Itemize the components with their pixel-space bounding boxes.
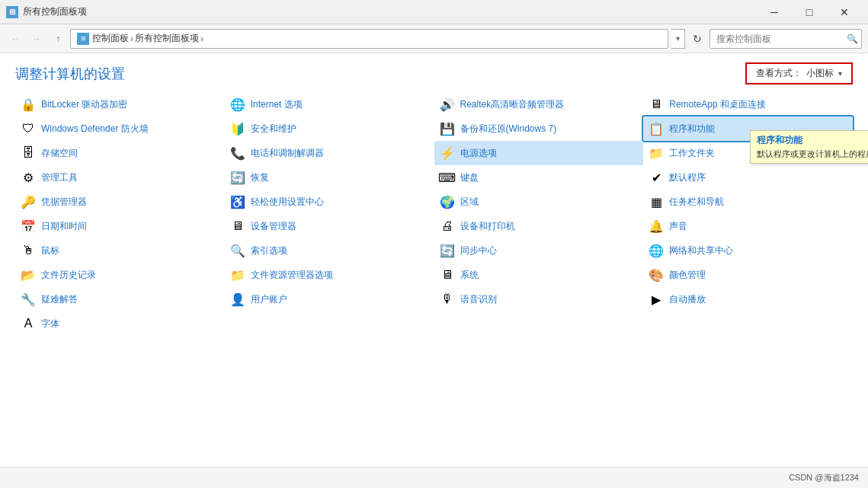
cp-label-filehistory: 文件历史记录 [41, 269, 96, 282]
cp-icon-speech: 🎙 [439, 291, 456, 308]
cp-item-workfiles[interactable]: 📁工作文件夹 [643, 141, 853, 165]
cp-icon-indexing: 🔍 [229, 242, 246, 259]
cp-label-power: 电源选项 [460, 147, 497, 160]
cp-label-mouse: 鼠标 [41, 244, 59, 257]
cp-icon-workfiles: 📁 [648, 145, 665, 161]
path-icon: ⊞ [77, 33, 89, 45]
cp-label-bitlocker: BitLocker 驱动器加密 [41, 98, 127, 111]
cp-item-phonemodem[interactable]: 📞电话和调制解调器 [225, 141, 434, 165]
cp-item-keyboard[interactable]: ⌨键盘 [434, 165, 644, 190]
cp-label-fileexplorer: 文件资源管理器选项 [251, 269, 333, 282]
cp-label-system: 系统 [460, 269, 479, 282]
cp-item-network[interactable]: 🌐网络和共享中心 [643, 238, 853, 263]
close-button[interactable]: ✕ [827, 0, 862, 24]
cp-icon-credential: 🔑 [20, 193, 37, 210]
view-mode-value: 小图标 [806, 67, 834, 80]
cp-icon-remoteapp: 🖥 [648, 96, 665, 113]
cp-item-ease[interactable]: ♿轻松使用设置中心 [225, 190, 434, 214]
search-box[interactable]: 🔍 [709, 29, 862, 49]
cp-item-color[interactable]: 🎨颜色管理 [643, 263, 853, 287]
cp-label-backup: 备份和还原(Windows 7) [460, 123, 557, 136]
cp-item-defaultprograms[interactable]: ✔默认程序 [643, 165, 853, 190]
cp-item-fileexplorer[interactable]: 📁文件资源管理器选项 [225, 263, 434, 287]
cp-item-realtek[interactable]: 🔊Realtek高清晰音频管理器 [434, 92, 644, 116]
cp-icon-mouse: 🖱 [20, 242, 37, 259]
up-button[interactable]: ↑ [49, 30, 67, 48]
cp-item-system[interactable]: 🖥系统 [434, 263, 644, 287]
refresh-button[interactable]: ↻ [688, 30, 706, 48]
cp-icon-useraccount: 👤 [229, 291, 246, 308]
cp-item-power[interactable]: ⚡电源选项 [434, 141, 644, 165]
cp-item-storage[interactable]: 🗄存储空间 [15, 141, 225, 165]
minimize-button[interactable]: ─ [757, 0, 792, 24]
cp-label-sync: 同步中心 [460, 244, 497, 257]
view-mode-label: 查看方式： [756, 67, 802, 80]
cp-icon-keyboard: ⌨ [439, 169, 456, 186]
cp-item-sound[interactable]: 🔔声音 [643, 214, 853, 238]
cp-item-datetime[interactable]: 📅日期和时间 [15, 214, 225, 238]
maximize-button[interactable]: □ [792, 0, 827, 24]
cp-icon-phonemodem: 📞 [229, 145, 246, 161]
cp-item-programs[interactable]: 📋程序和功能程序和功能默认程序或更改计算机上的程序。 [643, 116, 853, 141]
window-icon: ⊞ [6, 6, 18, 18]
cp-item-useraccount[interactable]: 👤用户账户 [225, 287, 434, 311]
cp-item-security[interactable]: 🔰安全和维护 [225, 116, 434, 141]
cp-label-security: 安全和维护 [251, 123, 296, 136]
search-input[interactable] [710, 30, 843, 48]
main-content: 调整计算机的设置 查看方式： 小图标 ▾ 🔒BitLocker 驱动器加密🌐In… [0, 53, 868, 467]
cp-item-credential[interactable]: 🔑凭据管理器 [15, 190, 225, 214]
cp-label-network: 网络和共享中心 [669, 244, 733, 257]
cp-item-filehistory[interactable]: 📂文件历史记录 [15, 263, 225, 287]
cp-item-mgmt[interactable]: ⚙管理工具 [15, 165, 225, 190]
cp-icon-region: 🌍 [439, 193, 456, 210]
cp-label-troubleshoot: 疑难解答 [41, 293, 78, 306]
page-title: 调整计算机的设置 [15, 65, 125, 83]
cp-item-region[interactable]: 🌍区域 [434, 190, 644, 214]
cp-item-recovery[interactable]: 🔄恢复 [225, 165, 434, 190]
breadcrumb-text: 控制面板 [92, 32, 129, 45]
cp-item-font[interactable]: A字体 [15, 311, 225, 336]
breadcrumb-current: 所有控制面板项 [135, 32, 199, 45]
cp-item-deviceprinter[interactable]: 🖨设备和打印机 [434, 214, 644, 238]
cp-icon-recovery: 🔄 [229, 169, 246, 186]
cp-label-taskbar: 任务栏和导航 [669, 196, 724, 209]
cp-icon-internet: 🌐 [229, 96, 246, 113]
address-bar: ← → ↑ ⊞ 控制面板 › 所有控制面板项 › ▾ ↻ 🔍 [0, 24, 868, 53]
cp-label-mgmt: 管理工具 [41, 171, 78, 184]
cp-label-deviceprinter: 设备和打印机 [460, 220, 515, 233]
cp-item-windefender[interactable]: 🛡Windows Defender 防火墙 [15, 116, 225, 141]
view-mode-selector[interactable]: 查看方式： 小图标 ▾ [745, 62, 853, 85]
search-button[interactable]: 🔍 [843, 29, 861, 49]
cp-icon-sync: 🔄 [439, 242, 456, 259]
breadcrumb-dropdown[interactable]: ▾ [671, 29, 685, 49]
cp-item-indexing[interactable]: 🔍索引选项 [225, 238, 434, 263]
forward-button[interactable]: → [27, 30, 46, 48]
cp-item-autoplay[interactable]: ▶自动播放 [643, 287, 853, 311]
cp-label-sound: 声音 [669, 220, 687, 233]
cp-item-backup[interactable]: 💾备份和还原(Windows 7) [434, 116, 644, 141]
back-button[interactable]: ← [6, 30, 24, 48]
cp-label-autoplay: 自动播放 [669, 293, 706, 306]
cp-icon-defaultprograms: ✔ [648, 169, 665, 186]
cp-item-device[interactable]: 🖥设备管理器 [225, 214, 434, 238]
cp-item-sync[interactable]: 🔄同步中心 [434, 238, 644, 263]
cp-label-indexing: 索引选项 [251, 244, 287, 257]
cp-item-taskbar[interactable]: ▦任务栏和导航 [643, 190, 853, 214]
cp-item-bitlocker[interactable]: 🔒BitLocker 驱动器加密 [15, 92, 225, 116]
address-path[interactable]: ⊞ 控制面板 › 所有控制面板项 › [70, 29, 668, 49]
cp-item-remoteapp[interactable]: 🖥RemoteApp 和桌面连接 [643, 92, 853, 116]
cp-label-font: 字体 [41, 317, 59, 330]
cp-label-windefender: Windows Defender 防火墙 [41, 123, 149, 136]
cp-label-speech: 语音识别 [460, 293, 497, 306]
cp-item-internet[interactable]: 🌐Internet 选项 [225, 92, 434, 116]
cp-icon-troubleshoot: 🔧 [20, 291, 37, 308]
cp-item-troubleshoot[interactable]: 🔧疑难解答 [15, 287, 225, 311]
cp-label-datetime: 日期和时间 [41, 220, 87, 233]
cp-icon-security: 🔰 [229, 120, 246, 137]
cp-item-speech[interactable]: 🎙语音识别 [434, 287, 644, 311]
cp-icon-realtek: 🔊 [439, 96, 456, 113]
cp-icon-font: A [20, 315, 37, 332]
window-controls: ─ □ ✕ [757, 0, 862, 24]
cp-label-device: 设备管理器 [251, 220, 296, 233]
cp-item-mouse[interactable]: 🖱鼠标 [15, 238, 225, 263]
